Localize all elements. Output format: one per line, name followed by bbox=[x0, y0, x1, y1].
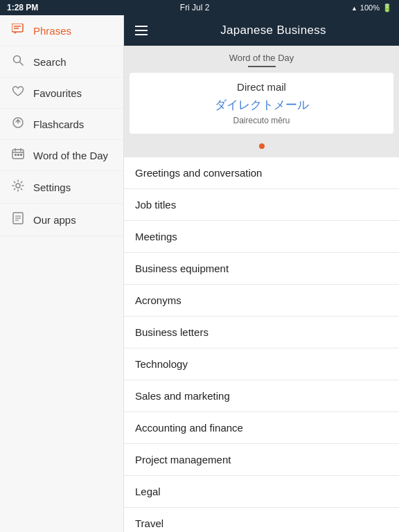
app-title: Japanese Business bbox=[159, 24, 388, 37]
category-item[interactable]: Acronyms bbox=[124, 285, 399, 317]
wotd-japanese: ダイレクトメール bbox=[138, 97, 385, 113]
svg-rect-12 bbox=[20, 154, 22, 156]
sidebar: Phrases Search Favourites bbox=[0, 15, 124, 532]
svg-line-4 bbox=[20, 62, 24, 66]
category-item[interactable]: Travel bbox=[124, 508, 399, 533]
battery-icon: 🔋 bbox=[382, 3, 392, 12]
book-icon bbox=[11, 212, 25, 227]
menu-line-3 bbox=[135, 34, 148, 35]
search-icon bbox=[11, 55, 25, 69]
sidebar-item-search[interactable]: Search bbox=[0, 46, 123, 78]
category-item[interactable]: Technology bbox=[124, 348, 399, 380]
sidebar-item-settings[interactable]: Settings bbox=[0, 171, 123, 204]
menu-line-1 bbox=[135, 26, 148, 27]
wotd-romaji: Dairecuto mēru bbox=[138, 116, 385, 125]
svg-rect-11 bbox=[17, 154, 19, 156]
sidebar-item-favourites[interactable]: Favourites bbox=[0, 78, 123, 109]
category-item[interactable]: Job titles bbox=[124, 189, 399, 221]
wotd-active-dot bbox=[259, 143, 265, 149]
settings-icon bbox=[11, 179, 25, 195]
status-right: 100% 🔋 bbox=[351, 3, 392, 12]
app-header: Japanese Business bbox=[124, 15, 399, 46]
sidebar-label-flashcards: Flashcards bbox=[33, 118, 84, 130]
category-item[interactable]: Sales and marketing bbox=[124, 380, 399, 412]
svg-rect-0 bbox=[12, 24, 23, 32]
sidebar-label-wordoftheday: Word of the Day bbox=[33, 150, 108, 161]
menu-line-2 bbox=[135, 30, 148, 31]
category-item[interactable]: Business letters bbox=[124, 317, 399, 348]
word-of-the-day-section: Word of the Day Direct mail ダイレクトメール Dai… bbox=[124, 46, 399, 157]
category-item[interactable]: Accounting and finance bbox=[124, 412, 399, 444]
category-item[interactable]: Project management bbox=[124, 444, 399, 476]
sidebar-label-settings: Settings bbox=[33, 181, 71, 193]
wotd-dot-indicator bbox=[124, 139, 399, 152]
calendar-icon bbox=[11, 148, 25, 162]
flashcards-icon bbox=[11, 117, 25, 131]
category-item[interactable]: Legal bbox=[124, 476, 399, 508]
categories-list: Greetings and conversationJob titlesMeet… bbox=[124, 157, 399, 533]
wotd-underline bbox=[248, 66, 276, 67]
sidebar-label-phrases: Phrases bbox=[33, 25, 71, 37]
app-container: Phrases Search Favourites bbox=[0, 15, 399, 532]
menu-button[interactable] bbox=[135, 26, 148, 35]
sidebar-item-wordoftheday[interactable]: Word of the Day bbox=[0, 140, 123, 171]
category-item[interactable]: Meetings bbox=[124, 221, 399, 253]
phrases-icon bbox=[11, 24, 25, 37]
svg-rect-10 bbox=[15, 154, 17, 156]
wotd-label: Word of the Day bbox=[124, 53, 399, 63]
heart-icon bbox=[11, 86, 25, 100]
svg-point-13 bbox=[16, 184, 20, 188]
wotd-card[interactable]: Direct mail ダイレクトメール Dairecuto mēru bbox=[130, 73, 393, 134]
battery-level: 100% bbox=[360, 3, 380, 12]
main-area: Japanese Business Word of the Day Direct… bbox=[124, 15, 399, 532]
category-item[interactable]: Greetings and conversation bbox=[124, 157, 399, 189]
category-item[interactable]: Business equipment bbox=[124, 253, 399, 285]
status-bar: 1:28 PM Fri Jul 2 100% 🔋 bbox=[0, 0, 399, 15]
sidebar-label-favourites: Favourites bbox=[33, 87, 82, 99]
wotd-english: Direct mail bbox=[138, 81, 385, 93]
wifi-icon bbox=[351, 3, 357, 12]
sidebar-item-phrases[interactable]: Phrases bbox=[0, 15, 123, 46]
status-time: 1:28 PM bbox=[7, 3, 38, 12]
sidebar-label-search: Search bbox=[33, 56, 66, 68]
sidebar-label-ourapps: Our apps bbox=[33, 214, 76, 226]
sidebar-item-ourapps[interactable]: Our apps bbox=[0, 204, 123, 236]
status-date: Fri Jul 2 bbox=[180, 3, 210, 12]
sidebar-item-flashcards[interactable]: Flashcards bbox=[0, 109, 123, 140]
